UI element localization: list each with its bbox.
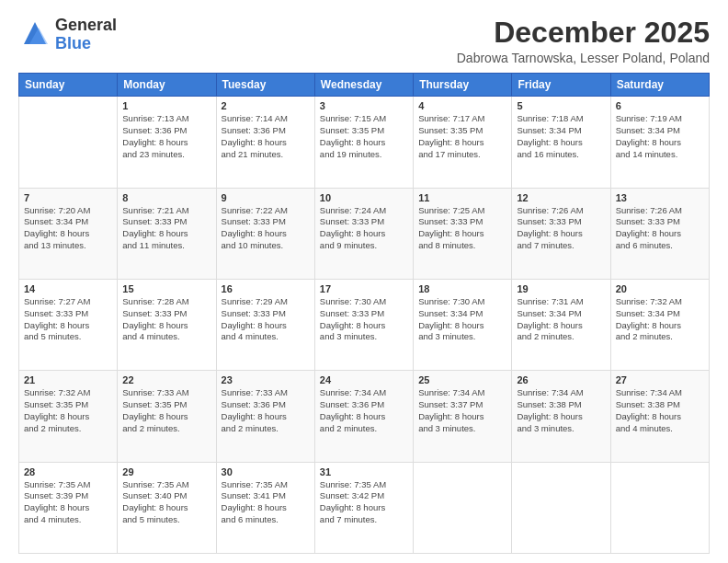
header-monday: Monday [118,74,216,97]
day-detail: Sunrise: 7:34 AM Sunset: 3:38 PM Dayligh… [517,387,605,434]
logo: General Blue [18,17,117,53]
table-row: 9Sunrise: 7:22 AM Sunset: 3:33 PM Daylig… [216,188,314,279]
day-number: 29 [122,466,210,477]
day-number: 1 [122,100,210,111]
day-number: 22 [122,374,210,385]
table-row: 20Sunrise: 7:32 AM Sunset: 3:34 PM Dayli… [610,279,709,370]
day-detail: Sunrise: 7:30 AM Sunset: 3:34 PM Dayligh… [418,296,506,343]
day-number: 5 [517,100,605,111]
header-sunday: Sunday [19,74,118,97]
calendar-week-row: 28Sunrise: 7:35 AM Sunset: 3:39 PM Dayli… [19,462,710,553]
day-detail: Sunrise: 7:27 AM Sunset: 3:33 PM Dayligh… [24,296,112,343]
title-block: December 2025 Dabrowa Tarnowska, Lesser … [457,17,710,65]
table-row: 13Sunrise: 7:26 AM Sunset: 3:33 PM Dayli… [610,188,709,279]
day-number: 31 [320,466,408,477]
day-number: 27 [616,374,704,385]
table-row [19,97,118,188]
day-detail: Sunrise: 7:34 AM Sunset: 3:36 PM Dayligh… [320,387,408,434]
day-number: 10 [320,192,408,203]
table-row: 22Sunrise: 7:33 AM Sunset: 3:35 PM Dayli… [118,371,216,462]
day-number: 12 [517,192,605,203]
table-row: 26Sunrise: 7:34 AM Sunset: 3:38 PM Dayli… [512,371,610,462]
table-row: 6Sunrise: 7:19 AM Sunset: 3:34 PM Daylig… [610,97,709,188]
day-detail: Sunrise: 7:35 AM Sunset: 3:41 PM Dayligh… [222,479,310,526]
day-detail: Sunrise: 7:13 AM Sunset: 3:36 PM Dayligh… [122,113,210,160]
table-row: 27Sunrise: 7:34 AM Sunset: 3:38 PM Dayli… [610,371,709,462]
day-number: 4 [418,100,506,111]
day-detail: Sunrise: 7:32 AM Sunset: 3:35 PM Dayligh… [24,387,112,434]
day-number: 9 [222,192,310,203]
table-row: 24Sunrise: 7:34 AM Sunset: 3:36 PM Dayli… [314,371,413,462]
day-number: 18 [418,283,506,294]
calendar-week-row: 21Sunrise: 7:32 AM Sunset: 3:35 PM Dayli… [19,371,710,462]
day-number: 25 [418,374,506,385]
day-detail: Sunrise: 7:32 AM Sunset: 3:34 PM Dayligh… [616,296,704,343]
table-row: 25Sunrise: 7:34 AM Sunset: 3:37 PM Dayli… [414,371,512,462]
day-detail: Sunrise: 7:26 AM Sunset: 3:33 PM Dayligh… [517,205,605,252]
day-detail: Sunrise: 7:35 AM Sunset: 3:42 PM Dayligh… [320,479,408,526]
day-number: 30 [222,466,310,477]
table-row: 5Sunrise: 7:18 AM Sunset: 3:34 PM Daylig… [512,97,610,188]
location: Dabrowa Tarnowska, Lesser Poland, Poland [457,51,710,65]
day-number: 2 [222,100,310,111]
day-detail: Sunrise: 7:18 AM Sunset: 3:34 PM Dayligh… [517,113,605,160]
table-row: 4Sunrise: 7:17 AM Sunset: 3:35 PM Daylig… [414,97,512,188]
day-number: 11 [418,192,506,203]
day-number: 13 [616,192,704,203]
calendar-table: Sunday Monday Tuesday Wednesday Thursday… [18,73,710,554]
header: General Blue December 2025 Dabrowa Tarno… [18,17,710,65]
day-number: 16 [222,283,310,294]
day-number: 26 [517,374,605,385]
day-number: 7 [24,192,112,203]
table-row: 7Sunrise: 7:20 AM Sunset: 3:34 PM Daylig… [19,188,118,279]
table-row: 1Sunrise: 7:13 AM Sunset: 3:36 PM Daylig… [118,97,216,188]
day-number: 24 [320,374,408,385]
day-detail: Sunrise: 7:33 AM Sunset: 3:35 PM Dayligh… [122,387,210,434]
table-row [414,462,512,553]
day-detail: Sunrise: 7:34 AM Sunset: 3:38 PM Dayligh… [616,387,704,434]
day-number: 19 [517,283,605,294]
logo-blue: Blue [55,35,117,53]
day-detail: Sunrise: 7:15 AM Sunset: 3:35 PM Dayligh… [320,113,408,160]
page: General Blue December 2025 Dabrowa Tarno… [0,0,728,563]
table-row: 21Sunrise: 7:32 AM Sunset: 3:35 PM Dayli… [19,371,118,462]
table-row: 30Sunrise: 7:35 AM Sunset: 3:41 PM Dayli… [216,462,314,553]
day-detail: Sunrise: 7:34 AM Sunset: 3:37 PM Dayligh… [418,387,506,434]
table-row: 3Sunrise: 7:15 AM Sunset: 3:35 PM Daylig… [314,97,413,188]
table-row: 10Sunrise: 7:24 AM Sunset: 3:33 PM Dayli… [314,188,413,279]
day-number: 3 [320,100,408,111]
calendar: Sunday Monday Tuesday Wednesday Thursday… [18,73,710,554]
day-detail: Sunrise: 7:22 AM Sunset: 3:33 PM Dayligh… [222,205,310,252]
header-tuesday: Tuesday [216,74,314,97]
day-detail: Sunrise: 7:29 AM Sunset: 3:33 PM Dayligh… [222,296,310,343]
day-detail: Sunrise: 7:35 AM Sunset: 3:39 PM Dayligh… [24,479,112,526]
table-row: 12Sunrise: 7:26 AM Sunset: 3:33 PM Dayli… [512,188,610,279]
table-row [610,462,709,553]
table-row: 29Sunrise: 7:35 AM Sunset: 3:40 PM Dayli… [118,462,216,553]
day-number: 20 [616,283,704,294]
table-row: 2Sunrise: 7:14 AM Sunset: 3:36 PM Daylig… [216,97,314,188]
day-detail: Sunrise: 7:25 AM Sunset: 3:33 PM Dayligh… [418,205,506,252]
calendar-week-row: 14Sunrise: 7:27 AM Sunset: 3:33 PM Dayli… [19,279,710,370]
table-row: 28Sunrise: 7:35 AM Sunset: 3:39 PM Dayli… [19,462,118,553]
day-detail: Sunrise: 7:24 AM Sunset: 3:33 PM Dayligh… [320,205,408,252]
header-saturday: Saturday [610,74,709,97]
calendar-week-row: 7Sunrise: 7:20 AM Sunset: 3:34 PM Daylig… [19,188,710,279]
table-row: 15Sunrise: 7:28 AM Sunset: 3:33 PM Dayli… [118,279,216,370]
header-thursday: Thursday [414,74,512,97]
table-row: 19Sunrise: 7:31 AM Sunset: 3:34 PM Dayli… [512,279,610,370]
day-detail: Sunrise: 7:19 AM Sunset: 3:34 PM Dayligh… [616,113,704,160]
day-number: 23 [222,374,310,385]
logo-text: General Blue [55,17,117,53]
day-detail: Sunrise: 7:21 AM Sunset: 3:33 PM Dayligh… [122,205,210,252]
table-row: 14Sunrise: 7:27 AM Sunset: 3:33 PM Dayli… [19,279,118,370]
day-detail: Sunrise: 7:33 AM Sunset: 3:36 PM Dayligh… [222,387,310,434]
day-detail: Sunrise: 7:31 AM Sunset: 3:34 PM Dayligh… [517,296,605,343]
table-row: 11Sunrise: 7:25 AM Sunset: 3:33 PM Dayli… [414,188,512,279]
logo-general: General [55,17,117,35]
table-row: 16Sunrise: 7:29 AM Sunset: 3:33 PM Dayli… [216,279,314,370]
table-row: 18Sunrise: 7:30 AM Sunset: 3:34 PM Dayli… [414,279,512,370]
day-number: 6 [616,100,704,111]
calendar-week-row: 1Sunrise: 7:13 AM Sunset: 3:36 PM Daylig… [19,97,710,188]
day-number: 21 [24,374,112,385]
